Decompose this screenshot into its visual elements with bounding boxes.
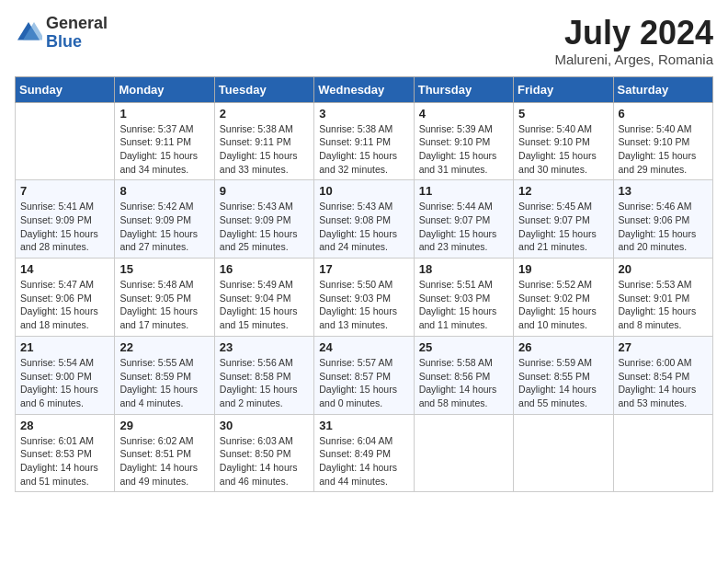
day-detail: Sunrise: 5:48 AMSunset: 9:05 PMDaylight:…: [119, 278, 209, 332]
day-number: 30: [220, 419, 309, 432]
day-cell: 27Sunrise: 6:00 AMSunset: 8:54 PMDayligh…: [613, 336, 712, 414]
week-row-2: 7Sunrise: 5:41 AMSunset: 9:09 PMDaylight…: [16, 180, 713, 259]
day-number: 8: [119, 184, 209, 198]
day-cell: 10Sunrise: 5:43 AMSunset: 9:08 PMDayligh…: [314, 180, 414, 259]
day-number: 4: [419, 107, 508, 121]
day-number: 15: [119, 262, 209, 276]
day-detail: Sunrise: 5:51 AMSunset: 9:03 PMDaylight:…: [419, 278, 508, 332]
day-cell: [414, 414, 513, 492]
day-cell: 6Sunrise: 5:40 AMSunset: 9:10 PMDaylight…: [613, 102, 712, 180]
day-cell: 1Sunrise: 5:37 AMSunset: 9:11 PMDaylight…: [115, 102, 214, 180]
day-cell: 21Sunrise: 5:54 AMSunset: 9:00 PMDayligh…: [16, 336, 115, 414]
day-cell: 20Sunrise: 5:53 AMSunset: 9:01 PMDayligh…: [613, 259, 712, 337]
day-detail: Sunrise: 5:58 AMSunset: 8:56 PMDaylight:…: [419, 356, 508, 410]
weekday-header-wednesday: Wednesday: [314, 76, 414, 102]
day-detail: Sunrise: 5:37 AMSunset: 9:11 PMDaylight:…: [119, 122, 209, 177]
weekday-header-saturday: Saturday: [613, 76, 712, 102]
day-number: 31: [319, 419, 408, 432]
day-cell: 3Sunrise: 5:38 AMSunset: 9:11 PMDaylight…: [314, 102, 414, 180]
day-detail: Sunrise: 6:04 AMSunset: 8:49 PMDaylight:…: [319, 434, 408, 488]
day-cell: 23Sunrise: 5:56 AMSunset: 8:58 PMDayligh…: [214, 336, 313, 414]
day-detail: Sunrise: 5:39 AMSunset: 9:10 PMDaylight:…: [419, 122, 508, 177]
day-cell: 5Sunrise: 5:40 AMSunset: 9:10 PMDaylight…: [514, 102, 613, 180]
day-number: 6: [619, 107, 708, 121]
day-number: 5: [518, 107, 608, 121]
day-detail: Sunrise: 5:40 AMSunset: 9:10 PMDaylight:…: [518, 122, 608, 177]
day-cell: 29Sunrise: 6:02 AMSunset: 8:51 PMDayligh…: [115, 414, 214, 492]
day-number: 12: [518, 184, 608, 198]
day-number: 24: [319, 340, 408, 354]
day-cell: 26Sunrise: 5:59 AMSunset: 8:55 PMDayligh…: [514, 336, 613, 414]
day-detail: Sunrise: 6:02 AMSunset: 8:51 PMDaylight:…: [119, 434, 209, 488]
day-number: 17: [319, 262, 408, 276]
day-cell: 9Sunrise: 5:43 AMSunset: 9:09 PMDaylight…: [214, 180, 313, 259]
day-detail: Sunrise: 5:42 AMSunset: 9:09 PMDaylight:…: [119, 200, 209, 254]
title-block: July 2024 Malureni, Arges, Romania: [554, 15, 713, 67]
day-cell: 17Sunrise: 5:50 AMSunset: 9:03 PMDayligh…: [314, 259, 414, 337]
day-number: 3: [319, 107, 408, 121]
day-cell: [514, 414, 613, 492]
weekday-header-friday: Friday: [514, 76, 613, 102]
day-detail: Sunrise: 5:45 AMSunset: 9:07 PMDaylight:…: [518, 200, 608, 254]
day-cell: [613, 414, 712, 492]
day-number: 28: [20, 419, 109, 432]
week-row-3: 14Sunrise: 5:47 AMSunset: 9:06 PMDayligh…: [16, 259, 713, 337]
weekday-header-sunday: Sunday: [16, 76, 115, 102]
day-detail: Sunrise: 5:43 AMSunset: 9:08 PMDaylight:…: [319, 200, 408, 254]
weekday-header-monday: Monday: [115, 76, 214, 102]
day-detail: Sunrise: 5:49 AMSunset: 9:04 PMDaylight:…: [220, 278, 309, 332]
day-cell: 24Sunrise: 5:57 AMSunset: 8:57 PMDayligh…: [314, 336, 414, 414]
day-number: 9: [220, 184, 309, 198]
day-cell: 11Sunrise: 5:44 AMSunset: 9:07 PMDayligh…: [414, 180, 513, 259]
header-row: SundayMondayTuesdayWednesdayThursdayFrid…: [16, 76, 713, 102]
month-year-title: July 2024: [554, 15, 713, 52]
day-detail: Sunrise: 5:56 AMSunset: 8:58 PMDaylight:…: [220, 356, 309, 410]
day-cell: 22Sunrise: 5:55 AMSunset: 8:59 PMDayligh…: [115, 336, 214, 414]
day-detail: Sunrise: 5:53 AMSunset: 9:01 PMDaylight:…: [619, 278, 708, 332]
day-number: 20: [619, 262, 708, 276]
day-number: 23: [220, 340, 309, 354]
calendar-body: 1Sunrise: 5:37 AMSunset: 9:11 PMDaylight…: [16, 102, 713, 492]
day-cell: 7Sunrise: 5:41 AMSunset: 9:09 PMDaylight…: [16, 180, 115, 259]
day-number: 21: [20, 340, 109, 354]
location-subtitle: Malureni, Arges, Romania: [554, 52, 713, 67]
day-number: 29: [119, 419, 209, 432]
day-cell: 2Sunrise: 5:38 AMSunset: 9:11 PMDaylight…: [214, 102, 313, 180]
day-number: 14: [20, 262, 109, 276]
page-header: General Blue July 2024 Malureni, Arges, …: [15, 15, 713, 67]
day-number: 27: [619, 340, 708, 354]
day-number: 10: [319, 184, 408, 198]
day-detail: Sunrise: 6:03 AMSunset: 8:50 PMDaylight:…: [220, 434, 309, 488]
day-detail: Sunrise: 5:41 AMSunset: 9:09 PMDaylight:…: [20, 200, 109, 254]
day-cell: 12Sunrise: 5:45 AMSunset: 9:07 PMDayligh…: [514, 180, 613, 259]
weekday-header-tuesday: Tuesday: [214, 76, 313, 102]
day-cell: [16, 102, 115, 180]
day-detail: Sunrise: 5:46 AMSunset: 9:06 PMDaylight:…: [619, 200, 708, 254]
logo: General Blue: [15, 15, 108, 52]
day-number: 18: [419, 262, 508, 276]
day-detail: Sunrise: 5:38 AMSunset: 9:11 PMDaylight:…: [220, 122, 309, 177]
day-number: 1: [119, 107, 209, 121]
logo-text: General Blue: [46, 15, 108, 52]
day-cell: 8Sunrise: 5:42 AMSunset: 9:09 PMDaylight…: [115, 180, 214, 259]
day-number: 11: [419, 184, 508, 198]
day-cell: 16Sunrise: 5:49 AMSunset: 9:04 PMDayligh…: [214, 259, 313, 337]
day-cell: 25Sunrise: 5:58 AMSunset: 8:56 PMDayligh…: [414, 336, 513, 414]
day-number: 22: [119, 340, 209, 354]
day-number: 2: [220, 107, 309, 121]
day-cell: 31Sunrise: 6:04 AMSunset: 8:49 PMDayligh…: [314, 414, 414, 492]
day-detail: Sunrise: 5:52 AMSunset: 9:02 PMDaylight:…: [518, 278, 608, 332]
logo-icon: [15, 19, 42, 47]
day-cell: 19Sunrise: 5:52 AMSunset: 9:02 PMDayligh…: [514, 259, 613, 337]
day-detail: Sunrise: 5:43 AMSunset: 9:09 PMDaylight:…: [220, 200, 309, 254]
week-row-1: 1Sunrise: 5:37 AMSunset: 9:11 PMDaylight…: [16, 102, 713, 180]
day-cell: 28Sunrise: 6:01 AMSunset: 8:53 PMDayligh…: [16, 414, 115, 492]
day-cell: 14Sunrise: 5:47 AMSunset: 9:06 PMDayligh…: [16, 259, 115, 337]
day-number: 13: [619, 184, 708, 198]
day-cell: 4Sunrise: 5:39 AMSunset: 9:10 PMDaylight…: [414, 102, 513, 180]
day-detail: Sunrise: 5:47 AMSunset: 9:06 PMDaylight:…: [20, 278, 109, 332]
day-detail: Sunrise: 5:55 AMSunset: 8:59 PMDaylight:…: [119, 356, 209, 410]
day-detail: Sunrise: 5:50 AMSunset: 9:03 PMDaylight:…: [319, 278, 408, 332]
week-row-4: 21Sunrise: 5:54 AMSunset: 9:00 PMDayligh…: [16, 336, 713, 414]
day-cell: 18Sunrise: 5:51 AMSunset: 9:03 PMDayligh…: [414, 259, 513, 337]
